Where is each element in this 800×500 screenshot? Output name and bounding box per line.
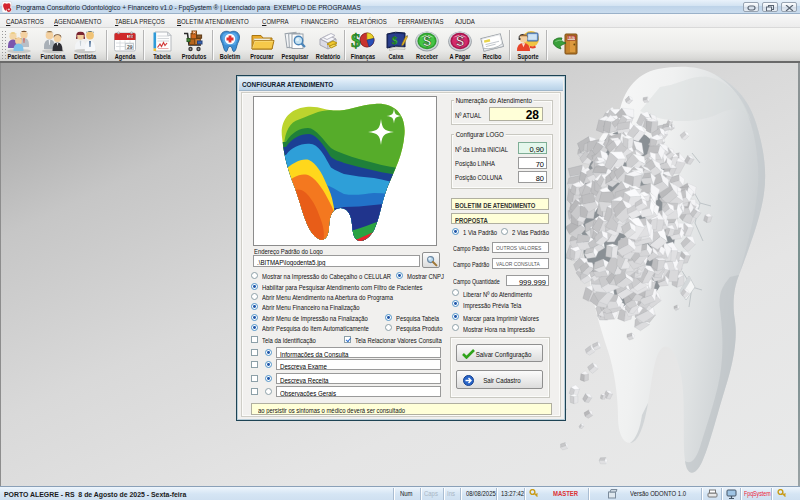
svg-text:$: $ [423, 33, 431, 49]
svg-text:JAN: JAN [128, 35, 134, 39]
svg-text:$: $ [351, 30, 361, 51]
svg-text:EXIT: EXIT [568, 36, 577, 40]
svg-text:29: 29 [127, 44, 133, 50]
svg-text:$: $ [456, 33, 464, 49]
svg-text:$: $ [392, 34, 398, 46]
